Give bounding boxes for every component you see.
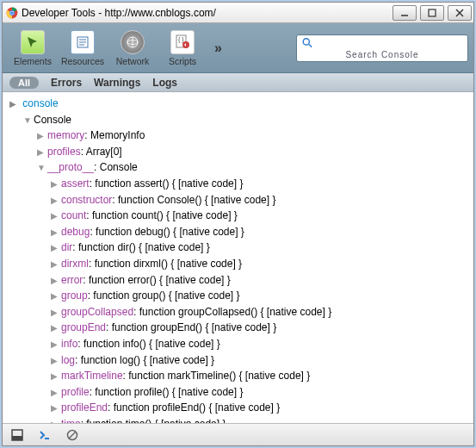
property-value: : function profileEnd() { [native code] … [108,401,280,414]
network-label: Network [116,56,150,66]
expand-icon[interactable] [37,146,47,159]
minimize-button[interactable] [393,5,417,21]
scripts-panel-button[interactable]: { } Scripts [158,30,207,66]
property-value: : function log() { [native code] } [75,354,214,366]
property-value: : function info() { [native code] } [77,338,219,350]
property-key: profiles [47,146,81,158]
filter-bar: All Errors Warnings Logs [3,73,473,92]
property-key: __proto__ [47,161,94,173]
svg-line-19 [309,45,312,47]
console-output[interactable]: console Console memory: MemoryInfo profi… [3,92,473,423]
expand-icon[interactable] [51,209,61,223]
network-panel-button[interactable]: Network [108,30,158,66]
property-key: info [61,338,77,350]
expand-icon[interactable] [23,114,34,128]
expand-icon[interactable] [37,129,47,143]
expand-icon[interactable] [51,386,61,400]
expand-icon[interactable] [9,97,20,111]
property-key: dirxml [61,258,89,270]
elements-label: Elements [14,56,52,66]
property-key: assert [61,177,90,190]
expand-icon[interactable] [51,226,61,240]
property-value: : function debug() { [native code] } [90,226,244,238]
expand-icon[interactable] [51,321,61,335]
filter-errors[interactable]: Errors [51,77,82,89]
footer-bar [3,423,473,445]
filter-all[interactable]: All [9,77,39,89]
property-value: : function Console() { [native code] } [112,194,275,206]
property-key: constructor [61,194,112,206]
property-value: : Console [94,161,138,173]
search-icon [302,37,313,49]
filter-logs[interactable]: Logs [152,77,177,89]
resources-label: Resources [61,56,104,66]
property-value: : function dir() { [native code] } [72,241,209,253]
elements-panel-button[interactable]: Elements [8,30,58,66]
property-value: : function group() { [native code] } [88,289,240,302]
console-object-label: Console [34,114,71,126]
property-value: : function groupCollapsed() { [native co… [133,306,331,318]
more-panels-button[interactable]: » [214,40,222,56]
property-key: profileEnd [61,401,108,414]
property-key: count [61,209,86,221]
maximize-button[interactable] [420,5,444,21]
elements-icon [21,30,45,54]
devtools-window: Developer Tools - http://www.cnblogs.com… [2,2,474,446]
main-toolbar: Elements Resources Network { } Scripts »… [3,23,473,73]
search-input[interactable] [317,38,462,48]
chrome-icon [6,7,18,19]
filter-warnings[interactable]: Warnings [94,77,140,89]
expand-icon[interactable] [51,354,61,368]
expand-icon[interactable] [51,241,61,255]
clear-console-button[interactable] [63,427,82,443]
property-value: : function markTimeline() { [native code… [123,370,311,382]
property-key: memory [47,129,84,141]
titlebar: Developer Tools - http://www.cnblogs.com… [3,3,473,23]
expand-icon[interactable] [51,370,61,383]
property-key: groupEnd [61,321,106,333]
svg-rect-21 [12,436,22,440]
scripts-label: Scripts [169,56,196,66]
expand-icon[interactable] [51,274,61,288]
property-value: : function profile() { [native code] } [90,386,244,398]
expand-icon[interactable] [51,177,61,191]
expand-icon[interactable] [51,306,61,320]
close-button[interactable] [448,5,472,21]
property-value: : function count() { [native code] } [86,209,237,221]
property-value: : function error() { [native code] } [83,274,230,286]
property-value: : MemoryInfo [84,129,145,141]
svg-rect-5 [429,9,436,16]
resources-icon [71,30,95,54]
svg-point-18 [303,39,309,45]
property-value: : function groupEnd() { [native code] } [106,321,276,333]
show-console-button[interactable] [35,427,54,443]
svg-text:{ }: { } [178,36,184,43]
property-key: groupCollapsed [61,306,133,318]
resources-panel-button[interactable]: Resources [58,30,108,66]
console-root[interactable]: console [22,97,58,109]
expand-icon[interactable] [51,338,61,352]
window-title: Developer Tools - http://www.cnblogs.com… [22,7,216,19]
expand-icon[interactable] [51,258,61,271]
property-key: profile [61,386,90,398]
search-label: Search Console [302,50,462,59]
svg-line-24 [69,432,76,439]
network-icon [121,30,145,54]
property-value: : Array[0] [81,146,122,158]
scripts-icon: { } [170,30,195,54]
search-console-box[interactable]: Search Console [296,34,468,62]
property-key: markTimeline [61,370,123,382]
expand-icon[interactable] [37,161,47,175]
property-key: error [61,274,83,286]
property-key: dir [61,241,72,253]
property-value: : function dirxml() { [native code] } [89,258,242,270]
expand-icon[interactable] [51,289,61,303]
property-key: debug [61,226,90,238]
dock-button[interactable] [8,427,27,443]
expand-icon[interactable] [51,194,61,208]
property-key: log [61,354,75,366]
svg-point-3 [10,11,14,15]
property-value: : function assert() { [native code] } [90,177,244,190]
expand-icon[interactable] [51,401,61,415]
property-key: group [61,289,88,302]
